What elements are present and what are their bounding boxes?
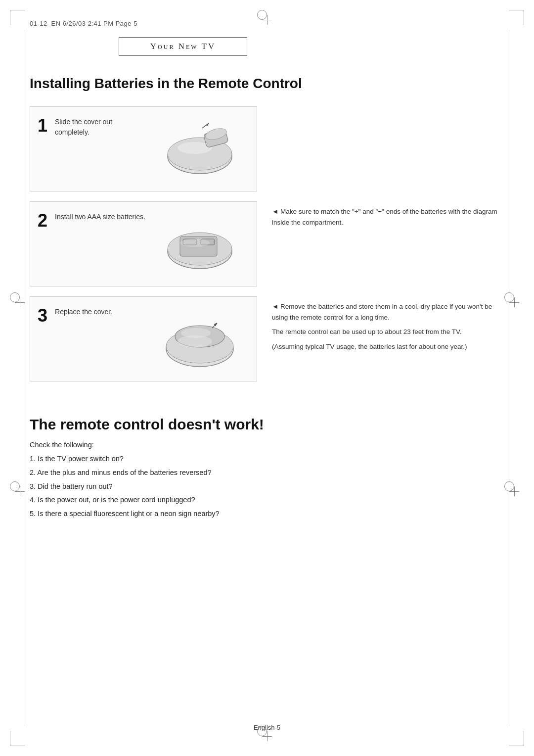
step-1-svg [155, 119, 244, 179]
step-3-note-line-0: ◄ Remove the batteries and store them in… [272, 301, 504, 323]
footer-text: English-5 [254, 724, 280, 731]
step-3-note-line-1: The remote control can be used up to abo… [272, 327, 504, 337]
corner-mark-bl [10, 731, 25, 746]
main-title: Installing Batteries in the Remote Contr… [30, 76, 504, 92]
step-2-instruction: Install two AAA size batteries. [55, 212, 145, 222]
step-3-svg [155, 309, 244, 369]
step-2-image [150, 212, 249, 276]
step-1-box: 1 Slide the cover out completely. [30, 106, 257, 191]
step-2-row: 2 Install two AAA size batteries. [30, 201, 504, 286]
check-item-2: 2. Are the plus and minus ends of the ba… [30, 468, 504, 478]
check-item-3: 3. Did the battery run out? [30, 481, 504, 492]
crosshair-right-bottom [509, 486, 519, 496]
crosshair-right-top [509, 297, 519, 307]
step-3-note: ◄ Remove the batteries and store them in… [257, 296, 504, 361]
crosshair-top [262, 15, 272, 25]
check-item-5: 5. Is there a special fluorescent light … [30, 509, 504, 520]
page-footer: English-5 [254, 724, 280, 731]
step-2-box: 2 Install two AAA size batteries. [30, 201, 257, 286]
step-3-box: 3 Replace the cover. [30, 296, 257, 381]
svg-point-17 [178, 335, 212, 347]
steps-container: 1 Slide the cover out completely. [30, 106, 504, 391]
corner-mark-br [509, 731, 524, 746]
step-1-text-block: Slide the cover out completely. [55, 117, 145, 138]
corner-mark-tl [10, 10, 25, 25]
step-3-text-block: Replace the cover. [55, 307, 145, 317]
crosshair-bottom [262, 731, 272, 741]
svg-rect-11 [214, 240, 215, 243]
step-2-svg [155, 214, 244, 274]
step-1-note [257, 106, 504, 116]
step-2-number: 2 [38, 212, 47, 230]
step-1-row: 1 Slide the cover out completely. [30, 106, 504, 191]
svg-point-12 [180, 239, 210, 247]
section-header-title: Your New TV [150, 42, 216, 51]
troubleshoot-title: The remote control doesn't work! [30, 416, 504, 433]
step-3-instruction: Replace the cover. [55, 307, 145, 317]
step-3-row: 3 Replace the cover. [30, 296, 504, 381]
troubleshoot-subtitle: Check the following: [30, 441, 504, 449]
check-item-4: 4. Is the power out, or is the power cor… [30, 495, 504, 506]
side-line-right [509, 30, 509, 726]
step-3-note-line-2: (Assuming typical TV usage, the batterie… [272, 341, 504, 352]
step-2-text-block: Install two AAA size batteries. [55, 212, 145, 222]
step-1-instruction: Slide the cover out completely. [55, 117, 145, 138]
corner-mark-tr [509, 10, 524, 25]
section-header-box: Your New TV [119, 37, 247, 56]
crosshair-left-bottom [15, 486, 25, 496]
step-1-image [150, 117, 249, 181]
check-item-1: 1. Is the TV power switch on? [30, 454, 504, 465]
side-line-left [25, 30, 25, 726]
crosshair-left-top [15, 297, 25, 307]
step-2-note: ◄ Make sure to match the "+" and "−" end… [257, 201, 504, 236]
step-3-number: 3 [38, 307, 47, 325]
step-1-number: 1 [38, 117, 47, 135]
step-2-note-text: ◄ Make sure to match the "+" and "−" end… [272, 206, 504, 228]
page: 01-12_EN 6/26/03 2:41 PM Page 5 Your New… [0, 0, 534, 756]
troubleshoot-list: 1. Is the TV power switch on? 2. Are the… [30, 454, 504, 520]
step-3-image [150, 307, 249, 371]
